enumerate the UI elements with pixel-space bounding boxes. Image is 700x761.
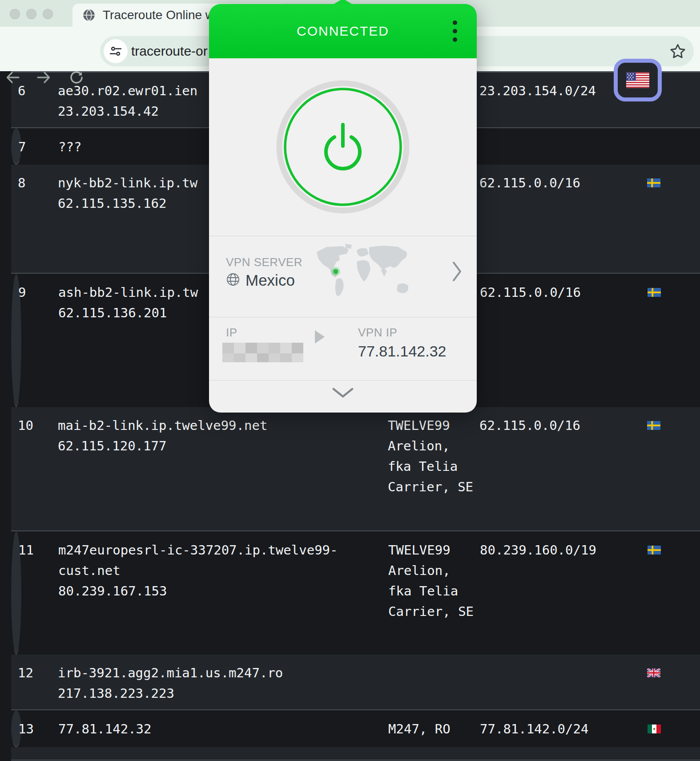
flag-cell (613, 407, 700, 530)
vpn-server-value: Mexico (245, 271, 295, 289)
host-cell: irb-3921.agg2.mia1.us.m247.ro217.138.223… (58, 655, 388, 709)
table-row-hop-12: 12 irb-3921.agg2.mia1.us.m247.ro217.138.… (11, 655, 700, 710)
flag-cell (613, 655, 700, 709)
chevron-down-icon (331, 387, 354, 399)
table-row-hop-13: 13 77.81.142.32 M247, RO 77.81.142.0/24 (11, 710, 21, 747)
connection-status: CONNECTED (297, 24, 389, 39)
expand-footer[interactable] (209, 380, 477, 413)
vpn-server-label: VPN SERVER (226, 255, 302, 269)
hop-number: 9 (12, 274, 58, 406)
hop-number: 12 (11, 655, 58, 709)
blurred-ip-value (222, 343, 303, 362)
table-row-hop-7: 7 ??? (11, 128, 21, 165)
vpn-ip-value: 77.81.142.32 (358, 343, 447, 360)
hop-number: 7 (12, 129, 58, 164)
world-map (310, 242, 414, 301)
hop-number: 13 (12, 711, 58, 746)
flag-cell (613, 532, 661, 654)
tab-title: Traceroute Online wit (103, 8, 221, 22)
back-button[interactable] (5, 69, 21, 85)
window-controls (10, 9, 53, 19)
mexico-flag-icon (648, 725, 661, 733)
host-cell: mai-b2-link.ip.twelve99.net62.115.120.17… (58, 407, 388, 530)
prefix-cell: 80.239.160.0/19 (480, 532, 613, 654)
zoom-window-button[interactable] (43, 9, 53, 19)
reload-button[interactable] (68, 69, 84, 85)
sweden-flag-icon (647, 421, 660, 430)
prefix-cell: 62.115.0.0/16 (479, 165, 613, 273)
sweden-flag-icon (648, 546, 661, 555)
flag-cell (613, 274, 661, 406)
org-cell: TWELVE99 Arelion, fka Telia Carrier, SE (388, 407, 479, 530)
site-settings-button[interactable] (104, 39, 128, 63)
host-cell: 77.81.142.32 (58, 711, 388, 746)
table-row-hop-9: 9 ash-bb2-link.ip.tw62.115.136.201 62.11… (11, 274, 21, 407)
highlighted-flag-ring[interactable] (614, 59, 662, 101)
flag-cell (613, 711, 661, 746)
host-cell: m247europesrl-ic-337207.ip.twelve99-cust… (58, 532, 388, 654)
vpn-server-row[interactable]: VPN SERVER Mexico (209, 236, 477, 317)
chevron-right-icon[interactable] (452, 261, 463, 282)
prefix-cell: 77.81.142.0/24 (480, 711, 613, 746)
hop-number: 10 (11, 407, 58, 530)
ip-row: IP VPN IP 77.81.142.32 (209, 317, 477, 380)
power-toggle-button[interactable] (276, 80, 410, 214)
table-row-partial (11, 747, 700, 761)
prefix-cell: 23.203.154.0/24 (479, 73, 613, 127)
org-cell: M247, RO (388, 711, 480, 746)
popup-header: CONNECTED (209, 4, 477, 58)
ip-label: IP (226, 326, 237, 340)
bookmark-star-icon[interactable] (669, 42, 687, 60)
hop-number: 11 (12, 532, 58, 654)
minimize-window-button[interactable] (26, 9, 36, 19)
sweden-flag-icon (647, 178, 660, 187)
table-row-hop-11: 11 m247europesrl-ic-337207.ip.twelve99-c… (11, 531, 21, 655)
url-text: traceroute-or (131, 44, 208, 59)
arrow-right-icon (315, 330, 325, 344)
forward-button[interactable] (36, 69, 52, 85)
flag-cell (613, 165, 700, 273)
vpn-ip-label: VPN IP (358, 326, 397, 340)
us-flag-icon (626, 72, 649, 89)
globe-favicon-icon (82, 8, 96, 22)
power-section (209, 58, 477, 236)
close-window-button[interactable] (10, 9, 20, 19)
server-location-marker (331, 267, 340, 276)
prefix-cell: 62.115.0.0/16 (480, 274, 613, 406)
org-cell: TWELVE99 Arelion, fka Telia Carrier, SE (388, 532, 480, 654)
vpn-popup: CONNECTED VPN SERVER Mexico (209, 4, 477, 413)
table-row-hop-10: 10 mai-b2-link.ip.twelve99.net62.115.120… (11, 407, 700, 531)
hop-number: 8 (11, 165, 58, 273)
prefix-cell: 62.115.0.0/16 (479, 407, 613, 530)
menu-kebab-icon[interactable] (450, 18, 460, 45)
globe-icon (226, 272, 240, 287)
uk-flag-icon (647, 668, 660, 677)
sweden-flag-icon (648, 288, 661, 297)
